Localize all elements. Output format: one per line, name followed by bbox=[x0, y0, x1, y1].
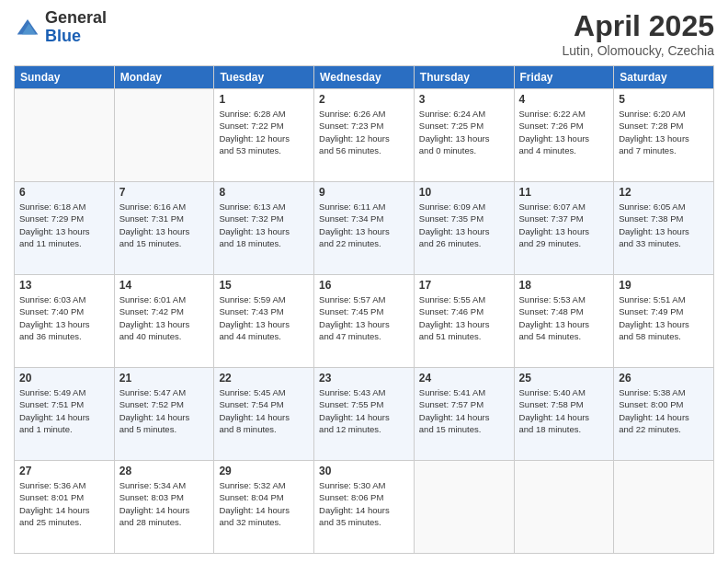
calendar-header-tuesday: Tuesday bbox=[214, 66, 314, 89]
day-info: Sunrise: 5:34 AM Sunset: 8:03 PM Dayligh… bbox=[119, 479, 210, 528]
calendar-week-4: 20Sunrise: 5:49 AM Sunset: 7:51 PM Dayli… bbox=[15, 368, 714, 461]
day-info: Sunrise: 5:47 AM Sunset: 7:52 PM Dayligh… bbox=[119, 386, 210, 435]
calendar-cell: 17Sunrise: 5:55 AM Sunset: 7:46 PM Dayli… bbox=[414, 275, 514, 368]
calendar-cell: 12Sunrise: 6:05 AM Sunset: 7:38 PM Dayli… bbox=[614, 182, 714, 275]
day-number: 12 bbox=[619, 186, 709, 199]
calendar-week-2: 6Sunrise: 6:18 AM Sunset: 7:29 PM Daylig… bbox=[15, 182, 714, 275]
calendar-cell: 30Sunrise: 5:30 AM Sunset: 8:06 PM Dayli… bbox=[314, 461, 415, 554]
calendar-cell: 14Sunrise: 6:01 AM Sunset: 7:42 PM Dayli… bbox=[114, 275, 214, 368]
calendar-cell: 15Sunrise: 5:59 AM Sunset: 7:43 PM Dayli… bbox=[214, 275, 314, 368]
day-number: 18 bbox=[519, 279, 609, 292]
day-number: 1 bbox=[219, 93, 309, 106]
calendar-header-row: SundayMondayTuesdayWednesdayThursdayFrid… bbox=[15, 66, 714, 89]
day-info: Sunrise: 5:30 AM Sunset: 8:06 PM Dayligh… bbox=[319, 479, 409, 528]
calendar-table: SundayMondayTuesdayWednesdayThursdayFrid… bbox=[14, 65, 714, 554]
calendar-cell: 2Sunrise: 6:26 AM Sunset: 7:23 PM Daylig… bbox=[314, 89, 415, 182]
calendar-cell bbox=[114, 89, 214, 182]
calendar-cell: 9Sunrise: 6:11 AM Sunset: 7:34 PM Daylig… bbox=[314, 182, 415, 275]
day-number: 24 bbox=[419, 372, 509, 385]
day-info: Sunrise: 5:45 AM Sunset: 7:54 PM Dayligh… bbox=[219, 386, 309, 435]
day-info: Sunrise: 6:22 AM Sunset: 7:26 PM Dayligh… bbox=[519, 108, 609, 156]
day-number: 30 bbox=[319, 465, 409, 477]
calendar-cell: 7Sunrise: 6:16 AM Sunset: 7:31 PM Daylig… bbox=[114, 182, 214, 275]
day-info: Sunrise: 6:26 AM Sunset: 7:23 PM Dayligh… bbox=[319, 108, 409, 156]
day-info: Sunrise: 6:03 AM Sunset: 7:40 PM Dayligh… bbox=[19, 293, 109, 342]
calendar-header-sunday: Sunday bbox=[15, 66, 115, 89]
day-number: 4 bbox=[519, 93, 609, 106]
day-info: Sunrise: 6:09 AM Sunset: 7:35 PM Dayligh… bbox=[419, 201, 509, 249]
calendar-cell: 4Sunrise: 6:22 AM Sunset: 7:26 PM Daylig… bbox=[514, 89, 614, 182]
day-info: Sunrise: 6:07 AM Sunset: 7:37 PM Dayligh… bbox=[519, 201, 609, 249]
day-number: 2 bbox=[319, 93, 409, 106]
day-number: 28 bbox=[119, 465, 210, 477]
day-info: Sunrise: 6:13 AM Sunset: 7:32 PM Dayligh… bbox=[219, 201, 309, 249]
day-number: 27 bbox=[19, 465, 109, 477]
calendar-cell: 25Sunrise: 5:40 AM Sunset: 7:58 PM Dayli… bbox=[514, 368, 614, 461]
main-title: April 2025 bbox=[563, 9, 714, 43]
day-number: 20 bbox=[19, 372, 109, 385]
day-number: 11 bbox=[519, 186, 609, 199]
day-info: Sunrise: 5:43 AM Sunset: 7:55 PM Dayligh… bbox=[319, 386, 409, 435]
day-info: Sunrise: 5:53 AM Sunset: 7:48 PM Dayligh… bbox=[519, 293, 609, 342]
subtitle: Lutin, Olomoucky, Czechia bbox=[563, 43, 714, 58]
calendar-header-saturday: Saturday bbox=[614, 66, 714, 89]
calendar-cell: 10Sunrise: 6:09 AM Sunset: 7:35 PM Dayli… bbox=[414, 182, 514, 275]
calendar-cell bbox=[414, 461, 514, 554]
day-number: 23 bbox=[319, 372, 409, 385]
calendar-week-3: 13Sunrise: 6:03 AM Sunset: 7:40 PM Dayli… bbox=[15, 275, 714, 368]
calendar-cell: 11Sunrise: 6:07 AM Sunset: 7:37 PM Dayli… bbox=[514, 182, 614, 275]
day-info: Sunrise: 6:28 AM Sunset: 7:22 PM Dayligh… bbox=[219, 108, 309, 156]
day-info: Sunrise: 5:49 AM Sunset: 7:51 PM Dayligh… bbox=[19, 386, 109, 435]
calendar-cell: 13Sunrise: 6:03 AM Sunset: 7:40 PM Dayli… bbox=[15, 275, 115, 368]
day-number: 17 bbox=[419, 279, 509, 292]
logo-blue-text: Blue bbox=[45, 28, 107, 46]
day-info: Sunrise: 6:11 AM Sunset: 7:34 PM Dayligh… bbox=[319, 201, 409, 249]
calendar-header-wednesday: Wednesday bbox=[314, 66, 415, 89]
title-block: April 2025 Lutin, Olomoucky, Czechia bbox=[563, 9, 714, 58]
day-info: Sunrise: 5:40 AM Sunset: 7:58 PM Dayligh… bbox=[519, 386, 609, 435]
calendar-cell: 22Sunrise: 5:45 AM Sunset: 7:54 PM Dayli… bbox=[214, 368, 314, 461]
logo-icon bbox=[14, 14, 41, 41]
day-number: 5 bbox=[619, 93, 709, 106]
day-info: Sunrise: 5:38 AM Sunset: 8:00 PM Dayligh… bbox=[619, 386, 709, 435]
calendar-cell: 6Sunrise: 6:18 AM Sunset: 7:29 PM Daylig… bbox=[15, 182, 115, 275]
day-number: 26 bbox=[619, 372, 709, 385]
calendar-cell: 16Sunrise: 5:57 AM Sunset: 7:45 PM Dayli… bbox=[314, 275, 415, 368]
day-info: Sunrise: 5:57 AM Sunset: 7:45 PM Dayligh… bbox=[319, 293, 409, 342]
day-number: 8 bbox=[219, 186, 309, 199]
calendar-cell: 19Sunrise: 5:51 AM Sunset: 7:49 PM Dayli… bbox=[614, 275, 714, 368]
calendar-cell: 29Sunrise: 5:32 AM Sunset: 8:04 PM Dayli… bbox=[214, 461, 314, 554]
calendar-cell: 24Sunrise: 5:41 AM Sunset: 7:57 PM Dayli… bbox=[414, 368, 514, 461]
day-info: Sunrise: 6:01 AM Sunset: 7:42 PM Dayligh… bbox=[119, 293, 210, 342]
calendar-cell: 20Sunrise: 5:49 AM Sunset: 7:51 PM Dayli… bbox=[15, 368, 115, 461]
day-info: Sunrise: 6:05 AM Sunset: 7:38 PM Dayligh… bbox=[619, 201, 709, 249]
logo-general-text: General bbox=[45, 9, 107, 28]
calendar-cell: 26Sunrise: 5:38 AM Sunset: 8:00 PM Dayli… bbox=[614, 368, 714, 461]
logo-text: General Blue bbox=[45, 9, 107, 46]
calendar-cell: 3Sunrise: 6:24 AM Sunset: 7:25 PM Daylig… bbox=[414, 89, 514, 182]
calendar-cell bbox=[614, 461, 714, 554]
day-info: Sunrise: 6:18 AM Sunset: 7:29 PM Dayligh… bbox=[19, 201, 109, 249]
day-number: 21 bbox=[119, 372, 210, 385]
day-number: 9 bbox=[319, 186, 409, 199]
day-number: 22 bbox=[219, 372, 309, 385]
day-number: 15 bbox=[219, 279, 309, 292]
day-info: Sunrise: 5:36 AM Sunset: 8:01 PM Dayligh… bbox=[19, 479, 109, 528]
day-info: Sunrise: 6:16 AM Sunset: 7:31 PM Dayligh… bbox=[119, 201, 210, 249]
calendar-cell: 27Sunrise: 5:36 AM Sunset: 8:01 PM Dayli… bbox=[15, 461, 115, 554]
day-info: Sunrise: 5:51 AM Sunset: 7:49 PM Dayligh… bbox=[619, 293, 709, 342]
calendar-cell: 23Sunrise: 5:43 AM Sunset: 7:55 PM Dayli… bbox=[314, 368, 415, 461]
day-info: Sunrise: 6:24 AM Sunset: 7:25 PM Dayligh… bbox=[419, 108, 509, 156]
calendar-cell: 21Sunrise: 5:47 AM Sunset: 7:52 PM Dayli… bbox=[114, 368, 214, 461]
calendar-cell bbox=[514, 461, 614, 554]
day-info: Sunrise: 5:32 AM Sunset: 8:04 PM Dayligh… bbox=[219, 479, 309, 528]
logo: General Blue bbox=[14, 9, 107, 46]
day-number: 16 bbox=[319, 279, 409, 292]
day-number: 3 bbox=[419, 93, 509, 106]
day-info: Sunrise: 5:59 AM Sunset: 7:43 PM Dayligh… bbox=[219, 293, 309, 342]
calendar-header-thursday: Thursday bbox=[414, 66, 514, 89]
day-number: 13 bbox=[19, 279, 109, 292]
header: General Blue April 2025 Lutin, Olomoucky… bbox=[14, 9, 714, 58]
calendar-cell: 18Sunrise: 5:53 AM Sunset: 7:48 PM Dayli… bbox=[514, 275, 614, 368]
calendar-header-monday: Monday bbox=[114, 66, 214, 89]
